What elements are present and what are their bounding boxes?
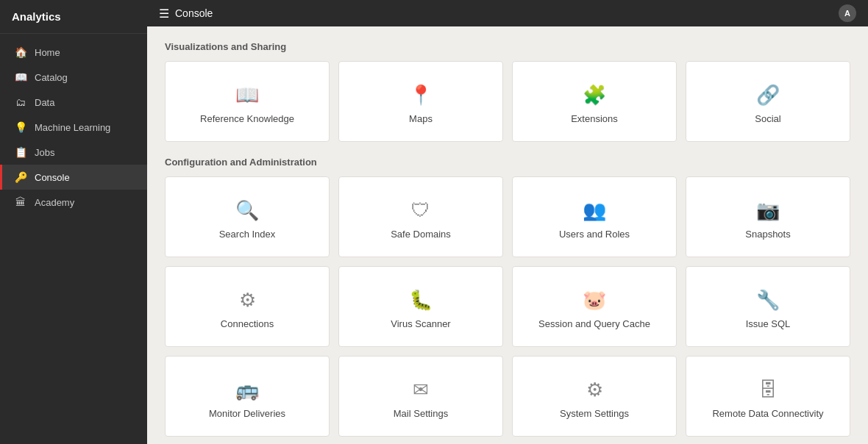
sidebar-item-console[interactable]: 🔑 Console: [0, 165, 147, 190]
system-settings-label: System Settings: [560, 408, 629, 419]
cards-grid-configuration: 🔍 Search Index 🛡 Safe Domains 👥 Users an…: [165, 176, 850, 437]
virus-scanner-icon: 🐛: [409, 290, 433, 309]
monitor-deliveries-label: Monitor Deliveries: [209, 408, 285, 419]
topbar-left: ☰ Console: [159, 7, 213, 21]
card-issue-sql[interactable]: 🔧 Issue SQL: [686, 266, 850, 347]
virus-scanner-label: Virus Scanner: [391, 318, 450, 329]
mail-settings-icon: ✉: [413, 380, 429, 399]
academy-icon: 🏛: [14, 196, 27, 208]
users-and-roles-label: Users and Roles: [559, 229, 630, 240]
card-search-index[interactable]: 🔍 Search Index: [165, 176, 330, 257]
avatar: A: [839, 4, 856, 22]
machine-learning-icon: 💡: [14, 121, 27, 133]
monitor-deliveries-icon: 🚌: [235, 380, 259, 399]
safe-domains-icon: 🛡: [411, 201, 430, 220]
card-monitor-deliveries[interactable]: 🚌 Monitor Deliveries: [165, 356, 330, 437]
snapshots-label: Snapshots: [745, 229, 790, 240]
card-session-query-cache[interactable]: 🐷 Session and Query Cache: [512, 266, 677, 347]
catalog-icon: 📖: [14, 71, 27, 83]
sidebar-item-label: Jobs: [35, 147, 54, 158]
jobs-icon: 📋: [14, 146, 27, 158]
main-content: ☰ Console A Visualizations and Sharing 📖…: [147, 0, 868, 444]
card-users-and-roles[interactable]: 👥 Users and Roles: [512, 176, 677, 257]
topbar: ☰ Console A: [147, 0, 868, 26]
system-settings-icon: ⚙: [586, 380, 603, 399]
sidebar-item-data[interactable]: 🗂 Data: [0, 90, 147, 115]
home-icon: 🏠: [14, 46, 27, 58]
data-icon: 🗂: [14, 96, 27, 108]
sidebar-item-catalog[interactable]: 📖 Catalog: [0, 65, 147, 90]
card-reference-knowledge[interactable]: 📖 Reference Knowledge: [165, 61, 330, 142]
sidebar-item-label: Data: [35, 97, 54, 108]
maps-icon: 📍: [409, 85, 433, 104]
sidebar-item-label: Academy: [35, 197, 74, 208]
sidebar-item-machine-learning[interactable]: 💡 Machine Learning: [0, 115, 147, 140]
sidebar-item-home[interactable]: 🏠 Home: [0, 40, 147, 65]
hamburger-icon[interactable]: ☰: [159, 7, 169, 21]
console-icon: 🔑: [14, 171, 27, 183]
section-title-visualizations: Visualizations and Sharing: [165, 41, 850, 52]
extensions-icon: 🧩: [583, 85, 606, 104]
card-maps[interactable]: 📍 Maps: [338, 61, 503, 142]
reference-knowledge-label: Reference Knowledge: [200, 113, 294, 124]
topbar-title: Console: [175, 7, 213, 19]
session-query-cache-label: Session and Query Cache: [538, 318, 650, 329]
card-virus-scanner[interactable]: 🐛 Virus Scanner: [338, 266, 503, 347]
card-snapshots[interactable]: 📷 Snapshots: [686, 176, 850, 257]
card-system-settings[interactable]: ⚙ System Settings: [512, 356, 677, 437]
search-index-icon: 🔍: [235, 201, 259, 220]
search-index-label: Search Index: [219, 229, 276, 240]
maps-label: Maps: [409, 113, 433, 124]
card-connections[interactable]: ⚙ Connections: [165, 266, 330, 347]
sidebar: Analytics 🏠 Home📖 Catalog🗂 Data💡 Machine…: [0, 0, 147, 444]
sidebar-nav: 🏠 Home📖 Catalog🗂 Data💡 Machine Learning📋…: [0, 34, 147, 444]
card-mail-settings[interactable]: ✉ Mail Settings: [338, 356, 503, 437]
issue-sql-icon: 🔧: [756, 290, 780, 309]
sidebar-item-jobs[interactable]: 📋 Jobs: [0, 140, 147, 165]
card-social[interactable]: 🔗 Social: [686, 61, 850, 142]
mail-settings-label: Mail Settings: [394, 408, 448, 419]
sidebar-item-label: Home: [35, 47, 60, 58]
sidebar-item-academy[interactable]: 🏛 Academy: [0, 190, 147, 215]
section-title-configuration: Configuration and Administration: [165, 157, 850, 168]
issue-sql-label: Issue SQL: [746, 318, 791, 329]
remote-data-connectivity-icon: 🗄: [758, 380, 778, 399]
social-icon: 🔗: [756, 85, 780, 104]
snapshots-icon: 📷: [756, 201, 780, 220]
reference-knowledge-icon: 📖: [235, 85, 259, 104]
extensions-label: Extensions: [571, 113, 618, 124]
brand: Analytics: [0, 0, 147, 34]
safe-domains-label: Safe Domains: [391, 229, 451, 240]
content-area: Visualizations and Sharing 📖 Reference K…: [147, 26, 868, 444]
remote-data-connectivity-label: Remote Data Connectivity: [712, 408, 823, 419]
card-safe-domains[interactable]: 🛡 Safe Domains: [338, 176, 503, 257]
social-label: Social: [755, 113, 780, 124]
cards-grid-visualizations: 📖 Reference Knowledge 📍 Maps 🧩 Extension…: [165, 61, 850, 142]
sidebar-item-label: Catalog: [35, 72, 68, 83]
sidebar-item-label: Machine Learning: [35, 122, 110, 133]
users-and-roles-icon: 👥: [583, 201, 606, 220]
session-query-cache-icon: 🐷: [583, 290, 606, 309]
sidebar-item-label: Console: [35, 172, 70, 183]
connections-label: Connections: [221, 318, 274, 329]
card-remote-data-connectivity[interactable]: 🗄 Remote Data Connectivity: [686, 356, 850, 437]
connections-icon: ⚙: [239, 290, 256, 309]
card-extensions[interactable]: 🧩 Extensions: [512, 61, 677, 142]
